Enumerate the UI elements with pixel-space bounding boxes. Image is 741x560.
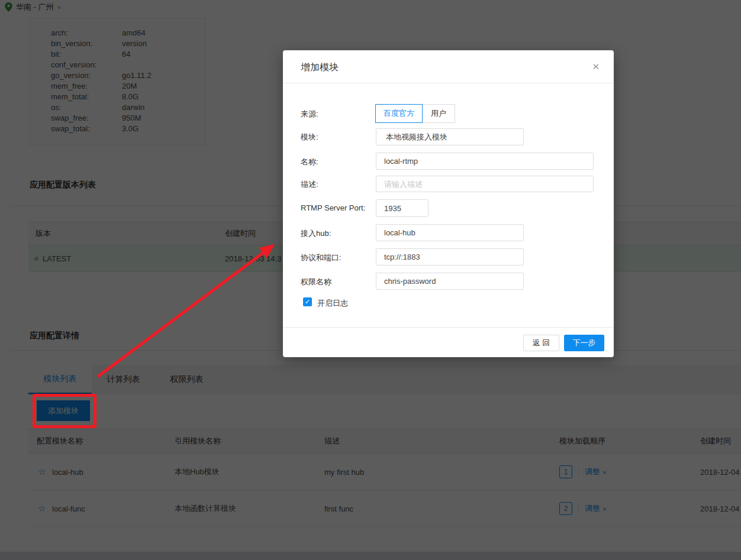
- modal-footer-divider: [283, 327, 614, 328]
- desc-label: 描述:: [301, 179, 318, 190]
- rtmp-port-label: RTMP Server Port:: [301, 203, 365, 212]
- name-label: 名称:: [301, 157, 318, 167]
- module-select[interactable]: [376, 128, 524, 145]
- modal-header: 增加模块 ✕: [283, 50, 614, 83]
- source-label: 来源:: [301, 109, 318, 119]
- source-option-official[interactable]: 百度官方: [375, 104, 423, 123]
- source-option-user[interactable]: 用户: [423, 104, 455, 123]
- permission-label: 权限名称: [301, 277, 331, 287]
- annotation-highlight-rect: [33, 394, 96, 428]
- enable-log-label: 开启日志: [317, 298, 348, 309]
- module-label: 模块:: [301, 132, 318, 143]
- rtmp-port-input[interactable]: [376, 199, 429, 217]
- hub-label: 接入hub:: [301, 228, 331, 239]
- desc-input[interactable]: [376, 176, 594, 192]
- hub-input[interactable]: [376, 224, 524, 241]
- add-module-modal: 增加模块 ✕ 来源: 百度官方 用户 模块: 名称: 描述: RTMP Serv…: [283, 50, 614, 357]
- back-button[interactable]: 返 回: [523, 335, 559, 351]
- name-input[interactable]: [376, 153, 594, 170]
- enable-log-checkbox[interactable]: ✓: [303, 297, 312, 306]
- screen: 华南 - 广州 ∨ arch:amd64 bin_version:version…: [0, 0, 741, 560]
- protocol-input[interactable]: [376, 248, 524, 266]
- modal-title: 增加模块: [301, 61, 339, 74]
- close-icon[interactable]: ✕: [592, 61, 600, 72]
- permission-input[interactable]: [376, 273, 524, 290]
- next-button[interactable]: 下一步: [564, 335, 604, 351]
- protocol-label: 协议和端口:: [301, 253, 341, 263]
